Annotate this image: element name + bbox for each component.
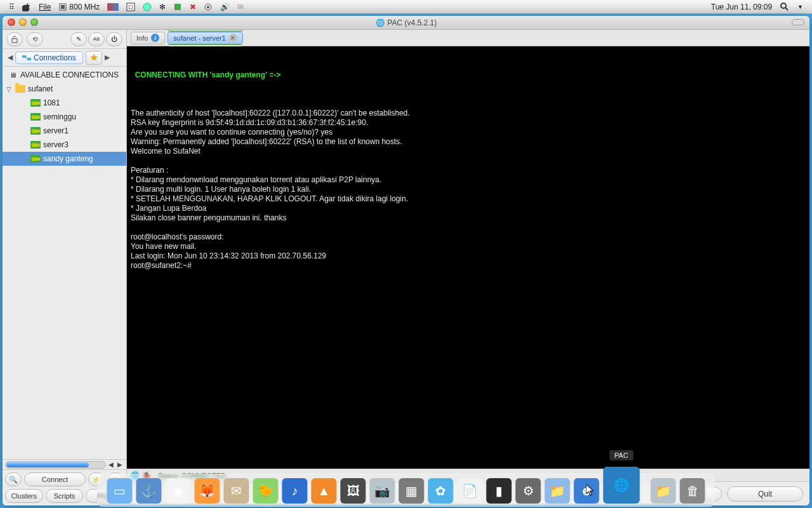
favorites-tab[interactable]: ★	[86, 51, 102, 65]
dock-trash-icon[interactable]: 🗑	[680, 478, 705, 504]
svg-point-4	[143, 3, 151, 11]
file-menu[interactable]: File	[35, 3, 55, 11]
folder-icon	[15, 85, 25, 93]
dock-anchor-icon[interactable]: ⚓	[136, 478, 162, 504]
svg-point-8	[781, 3, 786, 8]
dock-terminal-icon[interactable]: ▮	[487, 478, 512, 504]
window-title: PAC (v4.5.2.1)	[388, 18, 437, 27]
scroll-left[interactable]: ◀	[107, 461, 115, 468]
svg-rect-1	[61, 5, 65, 9]
tray-globe-icon[interactable]	[139, 3, 155, 11]
dock-pidgin-icon[interactable]: 🐤	[253, 478, 278, 504]
dock-finder-icon[interactable]: ☻	[574, 478, 599, 504]
dock-calculator-icon[interactable]: ▦	[399, 478, 424, 504]
close-button[interactable]	[8, 18, 15, 26]
dock-divider	[645, 478, 646, 504]
tree-item-label: seminggu	[43, 112, 76, 121]
tray-close-icon[interactable]: ✖	[186, 3, 200, 11]
dock-photos-icon[interactable]: 🖼	[341, 478, 366, 504]
tray-puzzle-icon[interactable]	[169, 3, 186, 11]
titlebar-pill[interactable]	[792, 19, 804, 25]
tree-item[interactable]: SSHserver1	[3, 124, 126, 138]
power-button[interactable]: ⏻	[106, 32, 122, 46]
dock-chrome-icon[interactable]: ◉	[166, 478, 191, 504]
titlebar[interactable]: 🌐PAC (v4.5.2.1)	[3, 16, 809, 30]
grip-icon[interactable]: ⠿	[5, 3, 18, 11]
zoom-button[interactable]	[30, 18, 38, 26]
unlock-button[interactable]	[6, 32, 23, 46]
tree-folder-sufanet[interactable]: ▽ sufanet	[3, 82, 126, 96]
tray-network-icon[interactable]	[200, 3, 216, 11]
session-tab[interactable]: sufanet - server1✕	[167, 32, 243, 44]
volume-icon[interactable]: 🔊	[216, 3, 233, 11]
tree-item-label: server3	[43, 140, 69, 149]
dock-show-desktop-icon[interactable]: ▭	[107, 478, 133, 504]
terminal-output: The authenticity of host '[localhost]:60…	[131, 99, 806, 271]
tree-item-label: 1081	[43, 98, 60, 107]
dock-pac-icon[interactable]: 🌐PAC	[603, 467, 640, 504]
available-connections-header[interactable]: 🖥 AVAILABLE CONNECTIONS	[3, 68, 126, 82]
svg-rect-11	[22, 55, 26, 58]
ssh-icon: SSH	[30, 113, 41, 121]
expander-icon[interactable]: ▽	[6, 86, 13, 93]
dock-vlc-icon[interactable]: ▲	[311, 478, 337, 504]
tree-item[interactable]: SSHsandy ganteng	[3, 152, 126, 166]
minimize-button[interactable]	[19, 18, 27, 26]
tab-info[interactable]: Infoi	[131, 32, 165, 44]
clusters-button[interactable]: Clusters	[5, 489, 43, 503]
dock-editor-icon[interactable]: 📄	[457, 478, 483, 504]
dock-camera-icon[interactable]: 📷	[370, 478, 395, 504]
traffic-lights	[8, 18, 38, 26]
tab-prev[interactable]: ◀	[5, 51, 15, 64]
tray-icon-1[interactable]	[103, 3, 122, 11]
scroll-right[interactable]: ▶	[116, 461, 124, 468]
menubar: ⠿ File 800 MHz 口 ✻ ✖ 🔊 ✉ Tue Jun 11, 09:…	[0, 0, 812, 14]
sidebar-toolbar: ⟲ ✎ AB ⏻	[3, 30, 126, 49]
apple-menu[interactable]	[18, 3, 35, 11]
scripts-button[interactable]: Scripts	[46, 489, 84, 503]
info-icon: i	[151, 34, 159, 42]
tree-item[interactable]: SSHserver3	[3, 138, 126, 152]
svg-line-9	[785, 8, 788, 10]
refresh-button[interactable]: ⟲	[27, 32, 43, 46]
connections-tab[interactable]: Connections	[15, 51, 83, 64]
dock-mail-icon[interactable]: ✉	[224, 478, 249, 504]
connect-button[interactable]: Connect	[24, 472, 86, 486]
tab-next[interactable]: ▶	[102, 51, 112, 64]
svg-rect-12	[27, 58, 31, 60]
sidebar-hscroll[interactable]: ◀ ▶	[3, 459, 126, 469]
tray-gear-icon[interactable]: ✻	[155, 3, 169, 11]
ssh-icon: SSH	[30, 127, 41, 135]
quit-button[interactable]: Quit	[727, 486, 803, 502]
ssh-icon: SSH	[30, 155, 41, 163]
rename-button[interactable]: AB	[88, 32, 105, 46]
dock-settings-icon[interactable]: ⚙	[516, 478, 541, 504]
svg-rect-10	[12, 39, 17, 43]
ssh-icon: SSH	[30, 99, 41, 107]
edit-button[interactable]: ✎	[70, 32, 87, 46]
dock-files-icon[interactable]: 📁	[545, 478, 570, 504]
session-tabs: Infoi sufanet - 1081✕sufanet - server1✕s…	[127, 30, 809, 46]
ssh-icon: SSH	[30, 141, 41, 149]
chevron-down-icon[interactable]: ▼	[794, 4, 807, 10]
terminal-header: CONNECTING WITH 'sandy ganteng' =->	[131, 70, 806, 80]
tree-item-label: sandy ganteng	[43, 154, 93, 163]
svg-rect-5	[174, 4, 181, 10]
mail-tray-icon[interactable]: ✉	[233, 3, 247, 11]
dock-music-icon[interactable]: ♪	[282, 478, 308, 504]
dock-fan-icon[interactable]: ✿	[428, 478, 454, 504]
tree-item[interactable]: SSHseminggu	[3, 110, 126, 124]
clock[interactable]: Tue Jun 11, 09:09	[707, 3, 776, 11]
tree-item-label: server1	[43, 126, 69, 135]
svg-text:口: 口	[128, 4, 133, 10]
close-icon[interactable]: ✕	[229, 34, 237, 42]
dock-firefox-icon[interactable]: 🦊	[195, 478, 220, 504]
tree-item[interactable]: SSH1081	[3, 96, 126, 110]
cpu-indicator: 800 MHz	[55, 3, 103, 11]
search-button[interactable]: 🔍	[5, 472, 22, 486]
tray-icon-2[interactable]: 口	[122, 3, 139, 11]
scrollbar-thumb[interactable]	[6, 462, 89, 467]
spotlight-icon[interactable]	[776, 2, 794, 12]
dock-folder-icon[interactable]: 📁	[651, 478, 676, 504]
terminal[interactable]: CONNECTING WITH 'sandy ganteng' =-> The …	[127, 46, 809, 469]
